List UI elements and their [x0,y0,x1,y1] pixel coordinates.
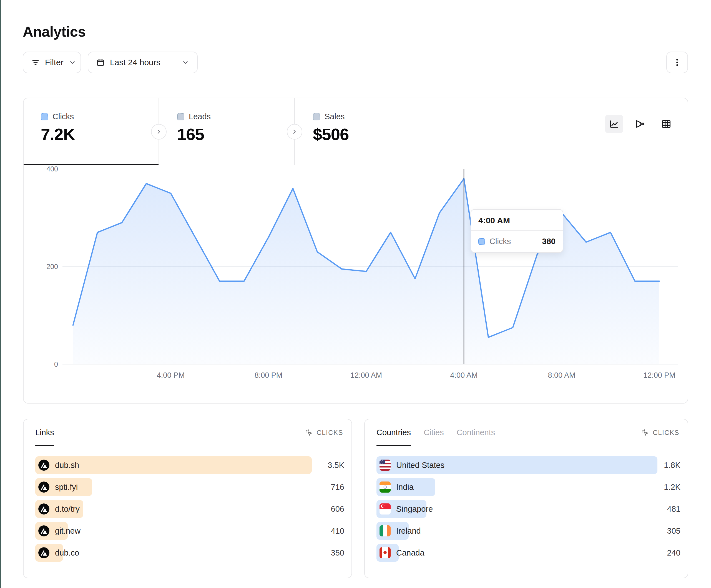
in-flag-icon [380,481,391,493]
chart-view-switcher [605,115,675,133]
tab-clicks[interactable]: Clicks 7.2K [24,98,159,165]
cursor-click-icon [305,429,313,437]
funnel-icon [635,119,645,129]
x-axis-label: 12:00 AM [350,371,382,380]
left-accent-strip [0,0,1,588]
countries-list: United States1.8KIndia1.2KSingapore481Ir… [365,446,688,562]
country-flag-icon [380,481,391,493]
link-favicon [38,481,49,493]
funnel-view-button[interactable] [631,115,649,133]
geo-panel-header: Countries Cities Continents CLICKS [365,420,688,446]
dub-logo-icon [38,459,49,471]
chevron-right-icon [291,129,298,135]
chart-canvas: 02004004:00 PM8:00 PM12:00 AM4:00 AM8:00… [24,165,688,404]
tooltip-series-label: Clicks [490,237,511,246]
stat-value: $506 [313,125,349,144]
row-label: Singapore [396,504,433,514]
list-item[interactable]: Singapore481 [376,500,681,518]
filter-button-label: Filter [45,58,64,67]
list-item[interactable]: dub.sh3.5K [35,456,344,474]
list-item[interactable]: Canada240 [376,544,681,562]
tab-continents[interactable]: Continents [457,420,495,446]
row-value: 410 [331,526,344,536]
page-title: Analytics [23,23,86,40]
metric-label: CLICKS [317,429,343,436]
cursor-click-icon [641,429,649,437]
leads-legend-square [177,113,184,120]
country-flag-icon [380,459,391,471]
stat-label: Sales [325,112,345,121]
sales-legend-square [313,113,320,120]
country-flag-icon [380,503,391,515]
us-flag-icon [380,459,391,471]
x-axis-label: 12:00 PM [643,371,675,380]
country-flag-icon [380,525,391,537]
more-options-button[interactable] [666,51,688,73]
chevron-down-icon [69,59,76,66]
stats-tab-bar: Clicks 7.2K Leads 165 Sales $506 [24,98,688,165]
stat-label: Clicks [52,112,74,121]
kebab-menu-icon [672,58,682,67]
tooltip-legend-square [478,238,485,245]
row-value: 716 [331,482,344,492]
link-favicon [38,525,49,537]
expand-leads-button[interactable] [287,124,302,139]
y-axis-label: 400 [46,165,58,173]
row-label: Ireland [396,526,421,536]
row-value: 481 [667,504,681,514]
y-axis-label: 200 [46,263,58,270]
filter-button[interactable]: Filter [23,51,81,73]
tooltip-time: 4:00 AM [471,210,563,231]
line-chart-view-button[interactable] [605,115,623,133]
clicks-area-chart[interactable]: 02004004:00 PM8:00 PM12:00 AM4:00 AM8:00… [24,165,688,404]
row-label: Canada [396,548,425,558]
link-favicon [38,503,49,515]
link-favicon [38,459,49,471]
list-item[interactable]: spti.fyi716 [35,478,344,496]
ca-flag-icon [380,547,391,558]
tab-cities[interactable]: Cities [424,420,444,446]
stat-value: 7.2K [41,125,75,144]
row-label: India [396,482,414,492]
table-view-button[interactable] [657,115,675,133]
list-item[interactable]: d.to/try606 [35,500,344,518]
tab-links[interactable]: Links [35,420,54,446]
chevron-down-icon [181,59,189,66]
links-panel: Links CLICKS dub.sh3.5Kspti.fyi716d.to/t… [23,419,352,578]
row-label: d.to/try [55,504,80,514]
tab-sales[interactable]: Sales $506 [295,98,430,165]
analytics-page: Analytics Filter Last 24 hours Clicks [0,0,711,588]
tab-countries[interactable]: Countries [376,420,411,446]
list-item[interactable]: dub.co350 [35,544,344,562]
ie-flag-icon [380,525,391,537]
row-value: 1.2K [664,482,681,492]
date-range-button[interactable]: Last 24 hours [88,51,198,73]
grid-icon [661,119,672,129]
list-item[interactable]: git.new410 [35,522,344,540]
row-value: 3.5K [328,461,344,470]
row-label: dub.co [55,548,79,558]
y-axis-label: 0 [54,360,58,368]
tooltip-value: 380 [542,237,556,246]
row-label: United States [396,461,445,470]
dub-logo-icon [38,503,49,515]
dub-logo-icon [38,525,49,537]
links-metric-picker[interactable]: CLICKS [305,429,343,437]
list-item[interactable]: United States1.8K [376,456,681,474]
list-item[interactable]: India1.2K [376,478,681,496]
list-item[interactable]: Ireland305 [376,522,681,540]
links-list: dub.sh3.5Kspti.fyi716d.to/try606git.new4… [24,446,351,562]
calendar-icon [96,58,105,67]
dub-logo-icon [38,481,49,493]
expand-clicks-button[interactable] [151,124,167,139]
row-value: 350 [331,548,344,558]
link-favicon [38,547,49,558]
x-axis-label: 4:00 AM [450,371,477,380]
line-chart-icon [609,119,619,129]
stat-value: 165 [177,125,204,144]
sg-flag-icon [380,503,391,515]
stat-label: Leads [189,112,211,121]
metric-label: CLICKS [653,429,680,436]
tab-leads[interactable]: Leads 165 [159,98,295,165]
geo-metric-picker[interactable]: CLICKS [641,429,680,437]
